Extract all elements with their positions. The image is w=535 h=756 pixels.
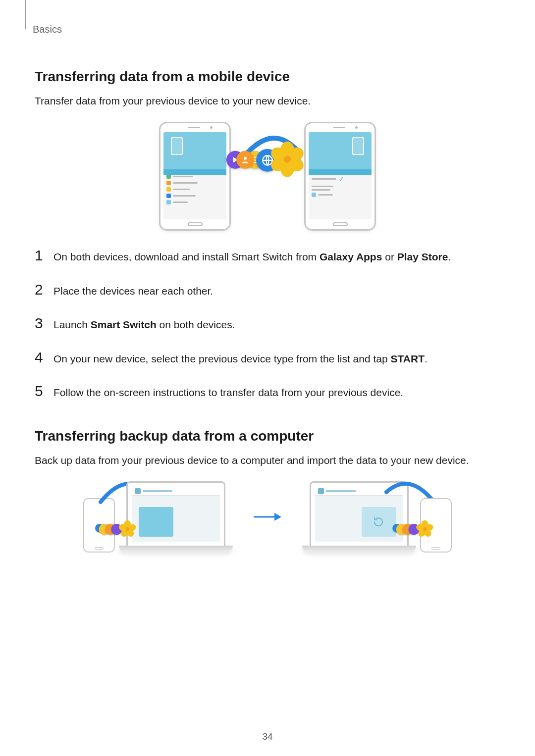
step-number: 5 — [35, 381, 45, 402]
step-text: Follow the on-screen instructions to tra… — [54, 386, 403, 400]
laptop-illustration — [119, 481, 233, 553]
target-phone-illustration: ✓ — [304, 122, 376, 231]
step-2: 2 Place the devices near each other. — [35, 280, 500, 300]
section-title-mobile: Transferring data from a mobile device — [35, 69, 500, 85]
step-4: 4 On your new device, select the previou… — [35, 348, 500, 368]
step-number: 4 — [35, 348, 45, 368]
step-number: 3 — [35, 313, 45, 334]
step-text: On both devices, download and install Sm… — [54, 250, 451, 264]
source-phone-illustration — [159, 122, 231, 231]
gallery-flower-icon — [416, 520, 433, 538]
step-3: 3 Launch Smart Switch on both devices. — [35, 313, 500, 334]
gallery-flower-icon — [119, 520, 136, 538]
restore-icon — [373, 516, 384, 528]
step-text: Launch Smart Switch on both devices. — [54, 318, 235, 332]
step-number: 1 — [35, 246, 45, 266]
section-intro-computer: Back up data from your previous device t… — [35, 453, 500, 467]
restore-to-phone-illustration — [302, 481, 452, 553]
section-intro-mobile: Transfer data from your previous device … — [35, 94, 500, 108]
section-title-computer: Transferring backup data from a computer — [35, 428, 500, 444]
step-5: 5 Follow the on-screen instructions to t… — [35, 381, 500, 402]
figure-mobile-transfer: ✓ — [35, 122, 500, 231]
step-text: Place the devices near each other. — [54, 284, 213, 298]
svg-point-2 — [244, 156, 247, 159]
svg-marker-7 — [274, 513, 281, 521]
transfer-arrow-icon — [238, 132, 297, 171]
gallery-flower-icon — [270, 142, 305, 176]
data-icons-cluster — [98, 524, 138, 537]
step-1: 1 On both devices, download and install … — [35, 246, 500, 266]
figure-computer-transfer — [35, 481, 500, 553]
steps-list-mobile: 1 On both devices, download and install … — [35, 246, 500, 402]
backup-to-computer-illustration — [83, 481, 233, 553]
data-icons-cluster — [395, 524, 453, 537]
arrow-right-icon — [253, 511, 282, 523]
header-divider — [25, 0, 26, 29]
page-number: 34 — [0, 731, 535, 742]
breadcrumb: Basics — [33, 24, 500, 35]
step-number: 2 — [35, 280, 45, 300]
contacts-icon — [236, 151, 254, 168]
step-text: On your new device, select the previous … — [54, 352, 428, 366]
